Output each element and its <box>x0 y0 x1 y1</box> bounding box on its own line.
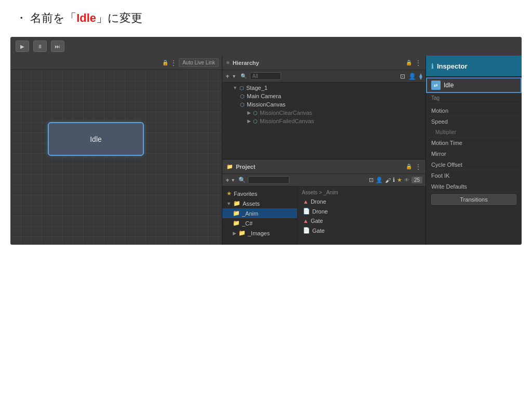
hierarchy-item-label: Main Camera <box>247 93 281 99</box>
dropdown-arrow[interactable]: ▾ <box>233 73 235 79</box>
inspector-prop-speed: Speed <box>426 116 522 127</box>
inspector-tag-label: Tag <box>431 95 440 101</box>
project-user-icon[interactable]: 👤 <box>376 177 383 183</box>
csharp-folder-icon: 📁 <box>233 220 240 227</box>
expand-icon: ▶ <box>247 110 251 115</box>
hierarchy-item[interactable]: ▼ ⬡ Stage_1 <box>222 84 425 92</box>
assets-folder-icon: 📁 <box>233 200 241 207</box>
assets-label: Assets <box>243 201 260 207</box>
prop-label-footik: Foot IK <box>431 172 449 179</box>
project-dropdown[interactable]: ▾ <box>232 177 234 183</box>
hierarchy-title: Hierarchy <box>233 60 259 66</box>
cube-icon: ⬡ <box>253 110 258 116</box>
step-button[interactable]: ⏭ <box>51 41 64 52</box>
expand-icon: ▼ <box>233 85 237 90</box>
inspector-header: ℹ Inspector <box>426 56 522 77</box>
project-sidebar: ★ Favorites ▼ 📁 Assets 📁 _Anim <box>222 187 298 245</box>
project-favorites[interactable]: ★ Favorites <box>222 189 297 198</box>
project-images-folder[interactable]: ▶ 📁 _Images <box>222 228 297 238</box>
cube-icon: ⬡ <box>240 85 244 91</box>
search-icon: 🔍 <box>241 73 247 79</box>
hierarchy-options-1[interactable]: ⊡ <box>400 73 405 80</box>
hierarchy-item[interactable]: ▶ ⬡ MissionFailedCanvas <box>222 117 425 125</box>
anim-folder-icon: 📁 <box>233 210 240 217</box>
hierarchy-item-label: MissionCanvas <box>247 101 286 108</box>
bullet: ・ <box>16 11 27 24</box>
idle-node[interactable]: Idle <box>48 122 144 156</box>
images-expand: ▶ <box>233 231 236 236</box>
auto-live-link[interactable]: Auto Live Link <box>179 58 219 67</box>
project-search-input[interactable] <box>248 176 289 184</box>
project-folder-icon: 📁 <box>227 164 233 169</box>
hierarchy-search[interactable] <box>250 72 281 80</box>
cube-icon: ⬡ <box>253 118 258 124</box>
file-label: Gate <box>311 218 323 224</box>
cube-icon: ⬡ <box>240 94 245 99</box>
project-files-area: Assets > _Anim ▲ Drone 📄 Drone ▲ Gate <box>298 187 425 245</box>
project-panel: 📁 Project 🔒 ⋮ + ▾ 🔍 ⊡ 👤 🖌 ℹ ★ <box>222 159 425 245</box>
project-brush-icon[interactable]: 🖌 <box>385 177 391 183</box>
project-view-icon[interactable]: ⊡ <box>369 177 374 183</box>
prop-label-mirror: Mirror <box>431 151 446 157</box>
project-star-icon[interactable]: ★ <box>397 177 402 183</box>
project-title: Project <box>236 164 255 170</box>
hierarchy-list: ▼ ⬡ Stage_1 ⬡ Main Camera ⬡ MissionCanva… <box>222 83 425 159</box>
animator-canvas[interactable]: Idle <box>10 70 222 245</box>
prop-label-motiontime: Motion Time <box>431 140 462 146</box>
project-anim-folder[interactable]: 📁 _Anim <box>222 208 297 218</box>
prop-label-speed: Speed <box>431 118 448 125</box>
right-panels: ≡ Hierarchy 🔒 ⋮ + ▾ 🔍 ⊡ 👤 ⧫ <box>222 56 425 245</box>
project-file-item[interactable]: 📄 Drone <box>300 207 423 216</box>
animator-toolbar: 🔒 ⋮ Auto Live Link <box>10 56 222 70</box>
pause-button[interactable]: ⏸ <box>33 41 47 52</box>
inspector-title: Inspector <box>437 62 468 70</box>
project-search-icon: 🔍 <box>238 177 246 183</box>
hierarchy-panel: ≡ Hierarchy 🔒 ⋮ + ▾ 🔍 ⊡ 👤 ⧫ <box>222 56 425 159</box>
project-file-item[interactable]: ▲ Drone <box>300 197 423 206</box>
project-assets-folder[interactable]: ▼ 📁 Assets <box>222 198 297 208</box>
file-label: Drone <box>311 198 326 205</box>
anim-label: _Anim <box>242 210 258 217</box>
project-file-item[interactable]: ▲ Gate <box>300 217 423 225</box>
anim-triangle-icon: ▲ <box>303 198 309 205</box>
hierarchy-lock: 🔒 <box>406 60 412 65</box>
add-button[interactable]: + <box>225 72 230 80</box>
project-info-icon[interactable]: ℹ <box>393 177 395 183</box>
inspector-item-name: Idle <box>444 82 454 89</box>
project-menu[interactable]: ⋮ <box>415 163 421 170</box>
project-content: ★ Favorites ▼ 📁 Assets 📁 _Anim <box>222 187 425 245</box>
images-folder-icon: 📁 <box>238 230 246 236</box>
hierarchy-options-2[interactable]: 👤 <box>408 73 416 80</box>
hierarchy-menu[interactable]: ⋮ <box>415 59 421 66</box>
project-eye-icon: 👁 <box>404 177 409 183</box>
instruction-highlight: Idle <box>76 11 96 24</box>
inspector-name-icon: ⇄ <box>431 81 441 90</box>
hierarchy-item[interactable]: ▶ ⬡ MissionClearCanvas <box>222 109 425 117</box>
expand-icon: ▶ <box>247 118 251 124</box>
project-file-item[interactable]: 📄 Gate <box>300 226 423 235</box>
file-label: Drone <box>312 208 328 215</box>
inspector-transitions-button[interactable]: Transitions <box>431 194 516 205</box>
inspector-name-row: ⇄ Idle <box>426 77 522 93</box>
transitions-label: Transitions <box>460 196 487 203</box>
inspector-prop-motion: Motion <box>426 105 522 116</box>
inspector-prop-multiplier: Multiplier <box>426 127 522 138</box>
hierarchy-highlight-btn[interactable]: ⧫ <box>419 73 422 80</box>
instruction-text-after: 」に変更 <box>96 11 142 24</box>
menu-icon[interactable]: ⋮ <box>170 59 177 66</box>
assets-expand: ▼ <box>227 201 231 206</box>
favorites-label: Favorites <box>234 191 257 197</box>
hierarchy-icon: ≡ <box>227 60 230 65</box>
play-button[interactable]: ▶ <box>16 41 29 52</box>
hierarchy-item[interactable]: ⬡ MissionCanvas <box>222 100 425 109</box>
script-icon: 📄 <box>303 227 310 234</box>
hierarchy-header: ≡ Hierarchy 🔒 ⋮ <box>222 56 425 70</box>
hierarchy-item[interactable]: ⬡ Main Camera <box>222 92 425 100</box>
inspector-prop-mirror: Mirror <box>426 149 522 159</box>
project-breadcrumb: Assets > _Anim <box>300 189 423 196</box>
project-add-btn[interactable]: + <box>225 176 230 184</box>
anim-triangle-icon: ▲ <box>303 218 309 224</box>
project-toolbar: + ▾ 🔍 ⊡ 👤 🖌 ℹ ★ 👁 25 <box>222 174 425 187</box>
project-csharp-folder[interactable]: 📁 _C# <box>222 218 297 228</box>
inspector-panel: ℹ Inspector ⇄ Idle Tag Motion Speed Mult… <box>425 56 522 245</box>
